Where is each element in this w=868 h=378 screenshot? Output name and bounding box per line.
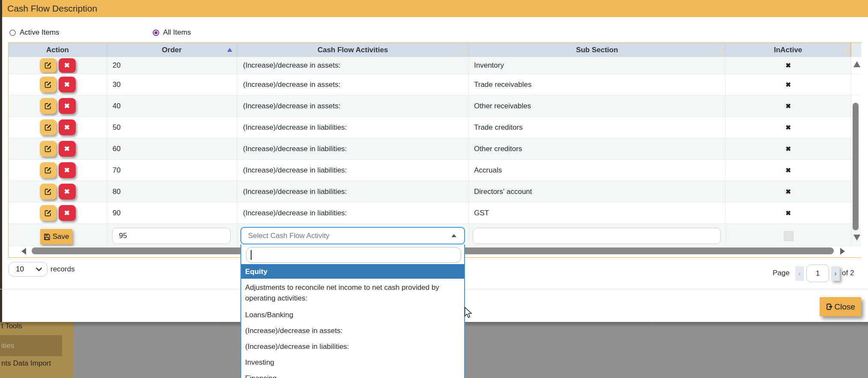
dropdown-option[interactable]: Equity bbox=[241, 264, 464, 279]
dropdown-search-input[interactable] bbox=[246, 247, 461, 263]
sub-section-value: Accruals bbox=[474, 166, 502, 175]
sidebar-item-label: ities bbox=[1, 342, 14, 350]
column-header-activities-label: Cash Flow Activities bbox=[317, 46, 388, 54]
scroll-left-arrow-icon[interactable] bbox=[21, 248, 26, 255]
order-value: 40 bbox=[113, 102, 121, 110]
dropdown-option[interactable]: (Increase)/decrease in assets: bbox=[241, 323, 464, 339]
scroll-down-arrow-icon[interactable] bbox=[853, 235, 860, 241]
cash-flow-activity-select[interactable]: Select Cash Flow Activity bbox=[240, 227, 465, 244]
activity-cell: (Increase)/decrease in assets: bbox=[237, 74, 469, 95]
dropdown-option[interactable]: Investing bbox=[241, 354, 464, 370]
dropdown-options-list: EquityAdjustments to reconcile net incom… bbox=[241, 264, 464, 378]
page-total-label: of 2 bbox=[842, 266, 854, 280]
action-cell: ✖ bbox=[9, 181, 107, 202]
table-header-row: Action Order Cash Flow Activities Sub Se… bbox=[9, 43, 861, 57]
edit-button[interactable] bbox=[40, 98, 56, 114]
table-row: ✖ 90 (Increase)/decrease in liabilities:… bbox=[9, 202, 861, 224]
sort-icon bbox=[844, 46, 848, 54]
dropdown-option[interactable]: Financing bbox=[241, 370, 464, 378]
column-divider bbox=[237, 224, 237, 246]
delete-button[interactable]: ✖ bbox=[59, 184, 76, 199]
sub-section-value: Other creditors bbox=[474, 145, 522, 153]
edit-button[interactable] bbox=[40, 141, 56, 157]
column-header-inactive[interactable]: InActive bbox=[726, 43, 851, 57]
delete-button[interactable]: ✖ bbox=[59, 119, 76, 135]
close-button-label: Close bbox=[834, 302, 855, 312]
modal-title: Cash Flow Description bbox=[7, 0, 97, 17]
close-button[interactable]: Close bbox=[820, 297, 861, 316]
inactive-x-icon: ✖ bbox=[785, 124, 791, 131]
action-cell: ✖ bbox=[9, 74, 107, 95]
page-number-input[interactable] bbox=[806, 265, 829, 282]
dropdown-option[interactable]: Adjustments to reconcile net income to n… bbox=[241, 279, 464, 307]
delete-button[interactable]: ✖ bbox=[59, 141, 76, 157]
dropdown-option[interactable]: Loans/Banking bbox=[241, 307, 464, 323]
records-per-page-select[interactable]: 10 bbox=[9, 262, 47, 277]
filter-radio-group: Active Items All Items bbox=[0, 26, 868, 39]
sidebar-item[interactable]: nts Data Import bbox=[0, 356, 74, 370]
sub-section-value: Trade receivables bbox=[474, 80, 532, 89]
header-scroll-gutter bbox=[851, 43, 861, 57]
x-icon: ✖ bbox=[64, 166, 70, 174]
radio-all-items[interactable]: All Items bbox=[153, 26, 191, 39]
activity-dropdown-panel: EquityAdjustments to reconcile net incom… bbox=[240, 244, 465, 378]
delete-button[interactable]: ✖ bbox=[59, 77, 76, 92]
edit-button[interactable] bbox=[40, 58, 56, 73]
sub-section-cell: Trade receivables bbox=[469, 74, 726, 95]
previous-page-button[interactable]: ‹ bbox=[795, 266, 804, 281]
radio-active-items-circle[interactable] bbox=[9, 30, 16, 36]
column-header-order[interactable]: Order bbox=[107, 43, 237, 57]
sidebar-item[interactable]: ities bbox=[0, 335, 62, 356]
order-cell: 80 bbox=[107, 181, 237, 202]
x-icon: ✖ bbox=[64, 123, 70, 131]
edit-button[interactable] bbox=[40, 162, 56, 178]
edit-button[interactable] bbox=[40, 205, 56, 221]
dropdown-option-label: Loans/Banking bbox=[245, 310, 293, 320]
new-sub-section-input[interactable] bbox=[473, 228, 721, 244]
delete-button[interactable]: ✖ bbox=[59, 162, 76, 178]
activity-cell: (Increase)/decrease in liabilities: bbox=[237, 117, 469, 138]
activity-value: (Increase)/decrease in liabilities: bbox=[243, 209, 347, 217]
edit-button[interactable] bbox=[40, 119, 56, 135]
dropdown-option-label: (Increase)/decrease in liabilities: bbox=[245, 341, 349, 352]
edit-button[interactable] bbox=[40, 184, 56, 199]
activity-cell: (Increase)/decrease in assets: bbox=[237, 57, 469, 74]
column-header-sub-section[interactable]: Sub Section bbox=[469, 43, 726, 57]
save-button[interactable]: Save bbox=[40, 229, 72, 244]
column-header-action[interactable]: Action bbox=[9, 43, 107, 57]
new-order-input[interactable] bbox=[112, 228, 231, 244]
inactive-cell: ✖ bbox=[726, 181, 851, 202]
action-cell: ✖ bbox=[9, 160, 107, 181]
column-header-activities[interactable]: Cash Flow Activities bbox=[237, 43, 469, 57]
next-page-button[interactable]: › bbox=[831, 266, 840, 281]
vertical-scrollbar-thumb[interactable] bbox=[853, 103, 859, 230]
sub-section-cell: Other creditors bbox=[469, 138, 726, 160]
scroll-up-arrow-icon[interactable] bbox=[853, 61, 860, 67]
activity-value: (Increase)/decrease in liabilities: bbox=[243, 123, 347, 132]
order-cell: 40 bbox=[107, 95, 237, 117]
edit-button[interactable] bbox=[40, 77, 56, 92]
scroll-right-arrow-icon[interactable] bbox=[840, 248, 845, 255]
column-header-sub-section-label: Sub Section bbox=[576, 46, 618, 54]
order-cell: 20 bbox=[107, 57, 237, 74]
delete-button[interactable]: ✖ bbox=[59, 58, 76, 73]
save-button-label: Save bbox=[53, 232, 69, 241]
x-icon: ✖ bbox=[64, 102, 70, 110]
order-value: 50 bbox=[113, 123, 121, 132]
inactive-cell: ✖ bbox=[726, 74, 851, 95]
order-value: 20 bbox=[113, 61, 121, 70]
new-inactive-checkbox[interactable] bbox=[784, 231, 794, 241]
radio-all-items-circle[interactable] bbox=[153, 30, 159, 36]
activity-value: (Increase)/decrease in liabilities: bbox=[243, 166, 347, 175]
sort-icon bbox=[462, 46, 466, 54]
edit-icon bbox=[44, 209, 52, 217]
dropdown-option-label: Equity bbox=[245, 266, 267, 277]
delete-button[interactable]: ✖ bbox=[59, 98, 76, 114]
delete-button[interactable]: ✖ bbox=[59, 205, 76, 221]
dropdown-option[interactable]: (Increase)/decrease in liabilities: bbox=[241, 339, 464, 354]
records-per-page-value: 10 bbox=[16, 262, 24, 276]
inactive-cell: ✖ bbox=[726, 202, 851, 224]
inactive-cell: ✖ bbox=[726, 160, 851, 181]
radio-active-items[interactable]: Active Items bbox=[9, 26, 59, 39]
sub-section-cell: Directors' account bbox=[469, 181, 726, 202]
